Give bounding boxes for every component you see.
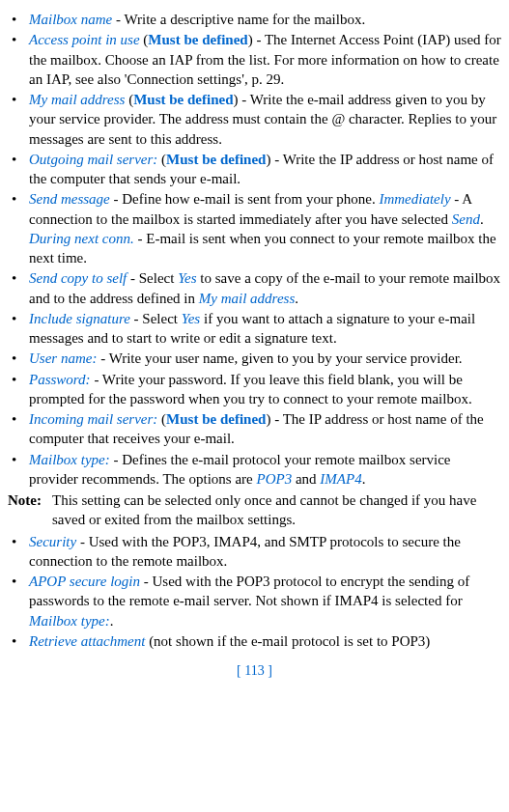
must-be-defined: Must be defined <box>148 32 247 47</box>
list-item: Mailbox type: - Defines the e-mail proto… <box>8 450 501 490</box>
body-text: - Used with the POP3, IMAP4, and SMTP pr… <box>29 534 461 569</box>
list-item: APOP secure login - Used with the POP3 p… <box>8 572 501 630</box>
body-text: - Select <box>130 311 182 326</box>
body-text: - Write your password. If you leave this… <box>29 372 472 406</box>
body-text: - Write your user name, given to you by … <box>97 350 462 366</box>
list-item: Outgoing mail server: (Must be defined) … <box>8 150 501 189</box>
body-text: . <box>110 613 114 629</box>
must-be-defined: Must be defined <box>166 152 266 167</box>
option-name: Outgoing mail server: <box>29 152 157 167</box>
list-item: Retrieve attachment (not shown if the e-… <box>8 631 501 651</box>
list-item: Incoming mail server: (Must be defined) … <box>8 409 501 449</box>
option-inline: Send <box>452 211 480 227</box>
page-number: [ 113 ] <box>8 662 501 681</box>
settings-list-2: Security - Used with the POP3, IMAP4, an… <box>8 532 501 652</box>
option-name: Include signature <box>29 311 130 326</box>
body-text: (not shown if the e-mail protocol is set… <box>145 633 430 649</box>
settings-list-1: Mailbox name - Write a descriptive name … <box>8 10 501 489</box>
paren: ( <box>157 411 166 427</box>
list-item: Security - Used with the POP3, IMAP4, an… <box>8 532 501 572</box>
note-label: Note: <box>8 490 52 530</box>
option-name: My mail address <box>29 92 125 107</box>
option-name: Security <box>29 534 76 549</box>
option-name: Send message <box>29 191 110 207</box>
option-name: Retrieve attachment <box>29 633 145 649</box>
list-item: User name: - Write your user name, given… <box>8 349 501 368</box>
option-name: Mailbox type: <box>29 452 110 467</box>
body-text: and <box>292 471 320 487</box>
paren: ( <box>125 92 133 107</box>
list-item: Send message - Define how e-mail is sent… <box>8 189 501 267</box>
body-text: . <box>295 291 298 306</box>
option-name: Mailbox name <box>29 12 112 27</box>
list-item: My mail address (Must be defined) - Writ… <box>8 90 501 149</box>
list-item: Include signature - Select Yes if you wa… <box>8 309 501 349</box>
paren: ( <box>157 152 166 167</box>
body-text: . <box>362 471 366 487</box>
body-text: - Select <box>127 270 178 286</box>
option-name: APOP secure login <box>29 574 140 589</box>
body-text: - Define how e-mail is sent from your ph… <box>110 191 380 207</box>
must-be-defined: Must be defined <box>133 92 233 107</box>
body-text: . <box>480 211 484 227</box>
option-name: Send copy to self <box>29 270 127 286</box>
option-name: Access point in use <box>29 32 140 47</box>
must-be-defined: Must be defined <box>166 411 266 427</box>
body-text: - Write a descriptive name for the mailb… <box>112 12 365 27</box>
option-name: Password: <box>29 372 91 387</box>
list-item: Mailbox name - Write a descriptive name … <box>8 10 501 29</box>
list-item: Access point in use (Must be defined) - … <box>8 30 501 89</box>
list-item: Password: - Write your password. If you … <box>8 370 501 409</box>
option-name: Incoming mail server: <box>29 411 157 427</box>
paren: ( <box>140 32 149 47</box>
option-inline: My mail address <box>199 291 295 306</box>
option-inline: Yes <box>178 270 196 286</box>
option-name: User name: <box>29 350 97 366</box>
option-inline: During next conn. <box>29 231 134 246</box>
option-inline: Mailbox type: <box>29 613 110 629</box>
list-item: Send copy to self - Select Yes to save a… <box>8 268 501 308</box>
option-inline: Immediately <box>379 191 450 207</box>
note-row: Note: This setting can be selected only … <box>8 490 501 530</box>
option-inline: POP3 <box>257 471 293 487</box>
option-inline: Yes <box>182 311 200 326</box>
note-body: This setting can be selected only once a… <box>52 490 501 530</box>
option-inline: IMAP4 <box>320 471 361 487</box>
